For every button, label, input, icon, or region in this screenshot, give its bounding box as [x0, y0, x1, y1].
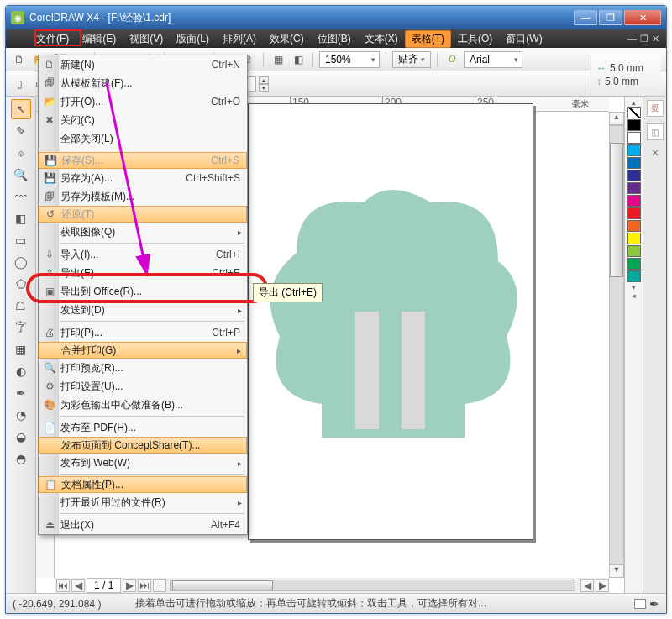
last-page-button[interactable]: ⏭ [138, 579, 151, 592]
menu-revert[interactable]: ↺还原(T) [39, 206, 247, 223]
swatch-none[interactable] [627, 107, 641, 118]
swatch[interactable] [627, 157, 641, 169]
swatch[interactable] [627, 233, 641, 244]
fill-tool[interactable]: ◒ [11, 427, 31, 447]
menu-view[interactable]: 视图(V) [123, 30, 170, 48]
menu-print-preview[interactable]: 🔍打印预览(R)... [39, 359, 247, 377]
add-page-button[interactable]: + [153, 579, 166, 592]
menu-file[interactable]: 文件(F) [29, 30, 76, 48]
menu-open[interactable]: 📂打开(O)...Ctrl+O [39, 92, 247, 111]
docker-close-icon[interactable]: ✕ [651, 147, 659, 159]
polygon-tool[interactable]: ⬠ [11, 274, 31, 294]
menu-close-all[interactable]: 全部关闭(L) [39, 129, 247, 148]
scroll-right-button[interactable]: ▶ [596, 579, 609, 592]
interactive-tool[interactable]: ◐ [11, 361, 31, 381]
menu-edit[interactable]: 编辑(E) [76, 30, 123, 48]
swatch[interactable] [627, 207, 641, 219]
swatch[interactable] [627, 245, 641, 257]
basicshapes-tool[interactable]: ☖ [11, 296, 31, 316]
docker-hints-icon[interactable]: 提 [647, 100, 664, 117]
scroll-up-button[interactable]: ▲ [609, 112, 624, 125]
menu-save[interactable]: 💾保存(S)...Ctrl+S [39, 152, 247, 169]
freehand-tool[interactable]: 〰 [11, 186, 31, 207]
menu-publish-web[interactable]: 发布到 Web(W)▸ [39, 454, 247, 472]
prev-page-button[interactable]: ◀ [71, 579, 85, 592]
smartfill-tool[interactable]: ◧ [11, 208, 31, 228]
palette-up[interactable]: ▴ [632, 98, 636, 107]
menu-publish-pdf[interactable]: 📄发布至 PDF(H)... [39, 418, 247, 437]
swatch[interactable] [627, 144, 641, 156]
fill-indicator[interactable]: ✒ [634, 597, 659, 611]
menu-export-office[interactable]: ▣导出到 Office(R)... [39, 282, 247, 301]
scroll-left-button[interactable]: ◀ [580, 579, 594, 592]
menu-effects[interactable]: 效果(C) [263, 30, 311, 48]
menu-save-as-template[interactable]: 🗐另存为模板(M)... [39, 187, 247, 206]
table-tool[interactable]: ▦ [11, 339, 31, 359]
eyedropper-tool[interactable]: ✒ [11, 383, 31, 403]
first-page-button[interactable]: ⏮ [56, 579, 70, 592]
zoom-combo[interactable]: 150% [319, 51, 380, 68]
shape-tool[interactable]: ✎ [11, 121, 31, 141]
menu-doc-props[interactable]: 📋文档属性(P)... [39, 476, 247, 493]
interactivefill-tool[interactable]: ◓ [11, 449, 31, 469]
menu-save-as[interactable]: 💾另存为(A)...Ctrl+Shift+S [39, 169, 247, 187]
crop-tool[interactable]: ⟐ [11, 143, 31, 163]
palette-flyout[interactable]: ◂ [632, 291, 636, 300]
menu-close[interactable]: ✖关闭(C) [39, 111, 247, 129]
menu-export[interactable]: ⇧导出(E)...Ctrl+E [39, 264, 247, 282]
page-indicator[interactable]: 1 / 1 [87, 578, 121, 593]
nudge-up[interactable]: ▴ [259, 76, 269, 84]
vertical-scrollbar[interactable]: ▲ ▼ [609, 112, 624, 578]
menu-window[interactable]: 窗口(W) [499, 30, 549, 48]
swatch[interactable] [627, 258, 641, 270]
rectangle-tool[interactable]: ▭ [11, 230, 31, 250]
swatch[interactable] [627, 182, 641, 194]
swatch[interactable] [627, 220, 641, 232]
menu-table[interactable]: 表格(T) [405, 30, 451, 48]
minimize-button[interactable]: — [574, 10, 597, 25]
menu-import[interactable]: ⇩导入(I)...Ctrl+I [39, 245, 247, 264]
palette-down[interactable]: ▾ [632, 283, 636, 291]
menu-print[interactable]: 🖨打印(P)...Ctrl+P [39, 323, 247, 342]
menu-tools[interactable]: 工具(O) [451, 30, 499, 48]
menu-print-setup[interactable]: ⚙打印设置(U)... [39, 377, 247, 396]
swatch[interactable] [627, 132, 641, 144]
menu-exit[interactable]: ⏏退出(X)Alt+F4 [39, 516, 247, 534]
menu-bitmaps[interactable]: 位图(B) [311, 30, 358, 48]
menu-print-merge[interactable]: 合并打印(G)▸ [39, 342, 247, 359]
drawing-shape[interactable] [263, 186, 523, 438]
menu-new-from-template[interactable]: 🗐从模板新建(F)... [39, 74, 247, 92]
text-tool[interactable]: 字 [11, 317, 31, 338]
snap-button[interactable]: 贴齐 [392, 51, 431, 68]
ellipse-tool[interactable]: ◯ [11, 252, 31, 272]
menu-arrange[interactable]: 排列(A) [216, 30, 263, 48]
menu-layout[interactable]: 版面(L) [170, 30, 216, 48]
close-button[interactable]: ✕ [624, 10, 661, 25]
swatch[interactable] [627, 119, 641, 131]
menu-send-to[interactable]: 发送到(D)▸ [39, 301, 247, 319]
swatch[interactable] [627, 270, 641, 282]
swatch[interactable] [627, 170, 641, 181]
doc-minimize-button[interactable]: — [627, 34, 637, 45]
new-icon[interactable]: 🗋 [11, 51, 28, 68]
hscroll-thumb[interactable] [172, 580, 273, 590]
menu-text[interactable]: 文本(X) [358, 30, 405, 48]
menu-publish-conceptshare[interactable]: 发布页面到 ConceptShare(T)... [39, 437, 247, 454]
font-combo[interactable]: Arial [464, 51, 522, 68]
menu-acquire[interactable]: 获取图像(Q)▸ [39, 223, 247, 241]
doc-close-button[interactable]: ✕ [652, 34, 659, 45]
page-portrait-icon[interactable]: ▯ [11, 76, 28, 92]
menu-prepare-color[interactable]: 🎨为彩色输出中心做准备(B)... [39, 396, 247, 414]
menu-recent[interactable]: 打开最近用过的文件(R)▸ [39, 493, 247, 511]
next-page-button[interactable]: ▶ [123, 579, 136, 592]
menu-new[interactable]: 🗋新建(N)Ctrl+N [39, 55, 247, 74]
nudge-down[interactable]: ▾ [259, 84, 269, 92]
vscroll-thumb[interactable] [610, 143, 623, 277]
doc-restore-button[interactable]: ❐ [640, 34, 648, 45]
maximize-button[interactable]: ❐ [599, 10, 622, 25]
zoom-tool[interactable]: 🔍 [11, 165, 31, 185]
outline-tool[interactable]: ◔ [11, 405, 31, 425]
scroll-down-button[interactable]: ▼ [609, 564, 624, 578]
swatch[interactable] [627, 195, 641, 207]
pick-tool[interactable]: ↖ [11, 99, 31, 119]
